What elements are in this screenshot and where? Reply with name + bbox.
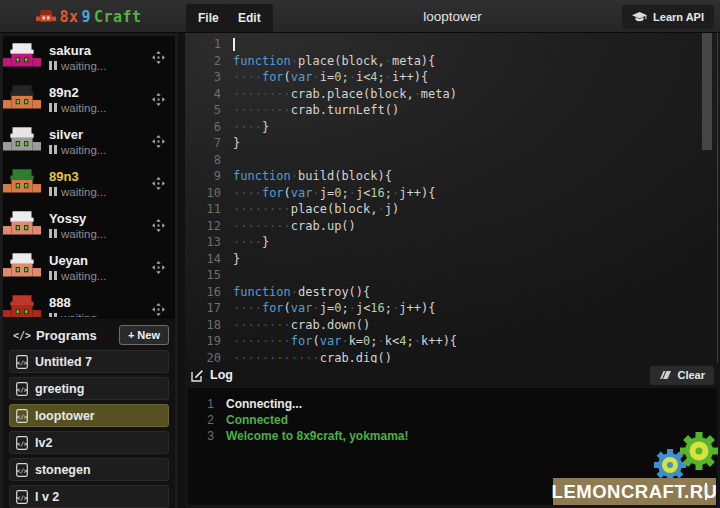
code-content: ····} [233,234,269,251]
player-name: 89n2 [49,85,152,100]
code-token: } [262,120,269,134]
program-file-icon: </> [16,463,28,477]
locate-player-icon[interactable] [152,303,165,316]
program-item[interactable]: </> stonegen [9,458,169,481]
pause-icon [49,229,57,238]
log-row: 1Connecting... [188,396,717,412]
code-content: function·place(block,·meta){ [233,53,435,70]
code-line: 7} [185,135,720,152]
program-item[interactable]: </> greeting [9,377,169,400]
code-token: place(block, [291,202,378,216]
locate-player-icon[interactable] [152,177,165,190]
player-name: 89n3 [49,169,152,184]
code-token: ( [284,186,291,200]
program-item[interactable]: </> looptower [9,404,169,427]
code-token: for [291,334,313,348]
log-line-number: 2 [188,412,226,428]
player-status-text: waiting... [61,228,106,240]
code-token: crab.place(block, [291,87,414,101]
code-lines: 12function·place(block,·meta){3····for(v… [185,36,720,363]
watermark-cursor [705,483,707,500]
code-token: 4 [370,70,377,84]
log-message: Welcome to 8x9craft, yokmama! [226,428,409,444]
player-row[interactable]: silverwaiting... [3,120,175,162]
svg-text:</>: </> [16,493,27,500]
log-title: Log [210,368,650,382]
code-token: ; [385,301,392,315]
programs-header: </> Programs + New [9,322,169,348]
editor-scrollbar[interactable] [702,33,712,363]
logo-text-craft: Craft [94,8,142,26]
code-line: 13····} [185,234,720,251]
locate-player-icon[interactable] [152,51,165,64]
svg-text:</>: </> [16,412,27,419]
svg-text:</>: </> [16,466,27,473]
player-row[interactable]: sakurawaiting... [3,36,175,78]
line-number: 2 [185,53,233,70]
new-program-button[interactable]: + New [119,325,169,345]
player-row[interactable]: 888waiting... [3,288,175,317]
code-token: ( [284,301,291,315]
code-line: 15 [185,267,720,284]
clear-log-button[interactable]: Clear [650,366,714,385]
program-item[interactable]: </> l v 2 [9,485,169,508]
graduation-cap-icon [632,12,647,23]
learn-api-button[interactable]: Learn API [622,5,714,29]
locate-player-icon[interactable] [152,93,165,106]
code-token: j) [385,202,399,216]
code-token: } [262,235,269,249]
crab-avatar-icon [3,253,41,281]
code-token: k= [349,334,363,348]
programs-panel: </> Programs + New </> Untitled 7 </> gr… [3,317,175,508]
code-token: · [313,301,320,315]
top-bar: 8x9Craft File Edit looptower Learn API [0,0,720,33]
code-token: function [233,285,291,299]
code-token: ; [341,301,348,315]
program-item[interactable]: </> lv2 [9,431,169,454]
program-item[interactable]: </> Untitled 7 [9,350,169,373]
code-token: j++){ [399,301,435,315]
locate-player-icon[interactable] [152,135,165,148]
code-token: · [349,70,356,84]
log-row: 3Welcome to 8x9craft, yokmama! [188,428,717,444]
code-editor[interactable]: 12function·place(block,·meta){3····for(v… [185,33,720,363]
player-row[interactable]: 89n3waiting... [3,162,175,204]
line-number: 19 [185,333,233,350]
program-label: greeting [35,382,84,396]
gears-icon [646,432,718,480]
player-row[interactable]: 89n2waiting... [3,78,175,120]
code-token: for [262,186,284,200]
code-token: i++){ [392,70,428,84]
code-content: ········place(block,·j) [233,201,399,218]
code-token: build(block){ [298,169,392,183]
text-cursor [233,38,235,51]
locate-player-icon[interactable] [152,219,165,232]
code-token: ···· [233,186,262,200]
programs-list: </> Untitled 7 </> greeting </> looptowe… [9,350,169,508]
line-number: 17 [185,300,233,317]
code-token: ···· [233,70,262,84]
code-token: ···· [233,120,262,134]
pause-icon [49,145,57,154]
program-label: Untitled 7 [35,355,92,369]
code-brackets-icon: </> [13,330,31,341]
learn-api-label: Learn API [653,11,704,23]
log-line-number: 3 [188,428,226,444]
line-number: 1 [185,36,233,53]
player-status: waiting... [49,102,152,114]
player-row[interactable]: Yossywaiting... [3,204,175,246]
edit-note-icon [191,369,204,382]
code-token: ········ [233,87,291,101]
code-token: ········ [233,202,291,216]
code-token: ········ [233,334,291,348]
player-row[interactable]: Ueyanwaiting... [3,246,175,288]
code-token: j= [320,186,334,200]
code-token: crab.dig() [320,351,392,364]
code-token: ········ [233,219,291,233]
locate-player-icon[interactable] [152,261,165,274]
svg-text:</>: </> [16,358,27,365]
editor-scrollbar-thumb[interactable] [702,33,712,150]
code-token: ···· [233,235,262,249]
editor-edge-line [717,33,718,363]
code-line: 4········crab.place(block,·meta) [185,86,720,103]
